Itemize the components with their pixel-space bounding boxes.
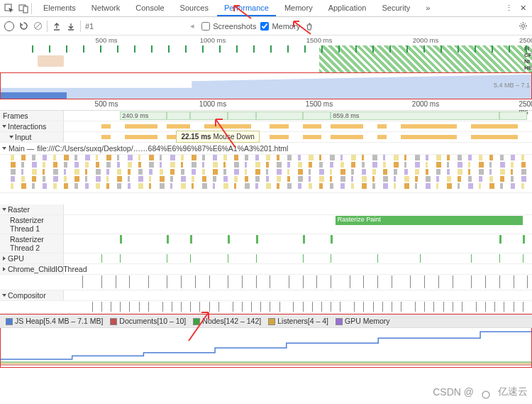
track-raster-2[interactable]: Rasterizer Thread 2 [0, 234, 532, 253]
interactions-label: Interactions [8, 122, 46, 131]
memory-graph[interactable] [0, 328, 532, 368]
tick-label: 500 ms [95, 100, 118, 108]
track-compositor-body[interactable] [0, 301, 532, 314]
tab-application[interactable]: Application [321, 1, 374, 16]
input-bar[interactable] [331, 135, 363, 139]
separator [47, 21, 48, 32]
tick-label: 2000 ms [413, 36, 438, 44]
overview-ruler[interactable]: 500 ms 1000 ms 1500 ms 2000 ms 2500 ms [0, 36, 532, 45]
frame-cell[interactable] [256, 111, 303, 120]
detail-ruler[interactable]: 500 ms 1000 ms 1500 ms 2000 ms 2500 ms [0, 99, 532, 111]
tick-label: 1500 ms [306, 100, 333, 108]
disclosure-icon[interactable] [2, 294, 6, 297]
tab-network[interactable]: Network [84, 1, 127, 16]
disclosure-icon[interactable] [2, 125, 6, 128]
devtools-topbar: Elements Network Console Sources Perform… [0, 0, 532, 17]
input-bar[interactable] [101, 135, 111, 139]
interaction-bar[interactable] [101, 124, 111, 129]
frame-cell[interactable] [303, 111, 331, 120]
disclosure-icon[interactable] [9, 136, 13, 138]
tick-label: 1500 ms [306, 36, 332, 44]
gear-icon[interactable] [518, 21, 528, 31]
input-bar[interactable] [471, 135, 518, 139]
inspect-icon[interactable] [3, 2, 16, 15]
rasterize-paint-bar[interactable]: Rasterize Paint [336, 216, 523, 225]
track-interactions[interactable]: Interactions [0, 121, 532, 132]
compositor-label: Compositor [8, 291, 46, 300]
frame-cell[interactable] [499, 111, 528, 120]
track-childio[interactable]: Chrome_ChildIOThread [0, 264, 532, 275]
legend-item[interactable]: Listeners[4 – 4] [268, 317, 328, 325]
main-url: file:///C:/Users/suxq/Desktop/……684%E6%9… [37, 144, 288, 153]
perf-toolbar: #1 ◂ Screenshots Memory [0, 17, 532, 36]
gpu-label: GPU [8, 254, 24, 263]
input-label: Input [15, 133, 31, 141]
interaction-bar[interactable] [167, 124, 190, 129]
disclosure-icon[interactable] [2, 208, 6, 211]
tab-console[interactable]: Console [128, 1, 171, 16]
mem-range: 5.4 MB – 7.1 [494, 82, 530, 89]
interaction-bar[interactable] [303, 124, 321, 129]
main-label: Main — [9, 144, 34, 153]
screenshots-checkbox[interactable]: Screenshots [201, 22, 256, 31]
tab-sources[interactable]: Sources [173, 1, 216, 16]
memory-input[interactable] [260, 22, 269, 31]
raster-thread-1-label: Rasterizer Thread 1 [0, 215, 64, 234]
disclosure-icon[interactable] [2, 147, 6, 150]
tab-memory[interactable]: Memory [277, 1, 320, 16]
screenshots-input[interactable] [201, 22, 210, 31]
device-icon[interactable] [17, 2, 30, 15]
kebab-icon[interactable]: ⋮ [502, 2, 515, 15]
track-raster-1[interactable]: Rasterizer Thread 1 Rasterize Paint [0, 215, 532, 234]
frame-cell[interactable] [167, 111, 190, 120]
tick-label: 500 ms [95, 36, 117, 44]
tick-label: 2000 ms [412, 100, 439, 108]
frame-cell[interactable]: 240.9 ms [120, 111, 167, 120]
legend-item[interactable]: Documents[10 – 10] [110, 317, 186, 325]
separator [31, 3, 32, 14]
watermark: CSDN @ 亿速云 [433, 384, 528, 400]
legend-item[interactable]: JS Heap[5.4 MB – 7.1 MB] [6, 317, 103, 325]
track-gpu[interactable]: GPU [0, 253, 532, 264]
disclosure-icon[interactable] [3, 267, 6, 271]
tick-label: 1000 ms [200, 36, 226, 44]
memory-legend: JS Heap[5.4 MB – 7.1 MB]Documents[10 – 1… [0, 314, 532, 328]
input-bar[interactable] [377, 135, 387, 139]
track-input[interactable]: Input 22.15 ms Mouse Down [0, 132, 532, 143]
close-icon[interactable]: ✕ [516, 2, 529, 15]
record-icon[interactable] [4, 21, 14, 31]
track-frames[interactable]: Frames 240.9 ms859.8 ms [0, 111, 532, 121]
disclosure-icon[interactable] [3, 256, 6, 261]
recording-selector[interactable]: #1 [85, 22, 94, 31]
upload-icon[interactable] [52, 21, 62, 31]
track-compositor[interactable]: Compositor [0, 290, 532, 301]
annotation-arrow [213, 118, 238, 149]
interaction-bar[interactable] [331, 124, 363, 129]
input-bar[interactable] [270, 135, 288, 139]
chevron-left-icon[interactable]: ◂ [187, 21, 197, 31]
input-bar[interactable] [401, 135, 457, 139]
overview-memory[interactable]: 5.4 MB – 7.1 [0, 72, 532, 99]
reload-icon[interactable] [18, 21, 28, 31]
input-bar[interactable] [303, 135, 321, 139]
interaction-bar[interactable] [471, 124, 518, 129]
interaction-bar[interactable] [270, 124, 288, 129]
interaction-bar[interactable] [377, 124, 387, 129]
tab-security[interactable]: Security [375, 1, 417, 16]
input-bar[interactable] [125, 135, 157, 139]
overview-strip[interactable]: FI CF NI HE [0, 45, 532, 72]
tick-label: 1000 ms [199, 100, 226, 108]
tab-more[interactable]: » [419, 1, 437, 16]
flame-chart[interactable] [0, 155, 532, 193]
download-icon[interactable] [66, 21, 76, 31]
track-childio-body[interactable] [0, 275, 532, 290]
track-main-header[interactable]: Main — file:///C:/Users/suxq/Desktop/……6… [0, 143, 532, 155]
interaction-bar[interactable] [401, 124, 457, 129]
clear-icon[interactable] [33, 21, 43, 31]
interaction-bar[interactable] [125, 124, 157, 129]
legend-item[interactable]: GPU Memory [336, 317, 390, 325]
track-raster[interactable]: Raster [0, 204, 532, 215]
screenshots-label: Screenshots [213, 22, 256, 31]
frame-cell[interactable]: 859.8 ms [331, 111, 499, 120]
tab-elements[interactable]: Elements [36, 1, 83, 16]
